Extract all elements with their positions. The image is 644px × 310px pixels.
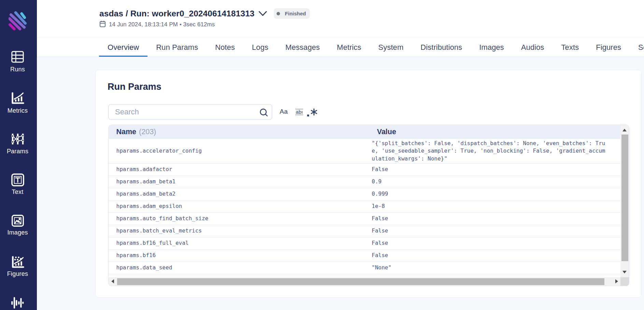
table-row[interactable]: hparams.bf16 False	[109, 250, 621, 262]
sidebar-item-runs[interactable]: Runs	[0, 51, 35, 73]
table-header-row: Name (203) Value	[109, 125, 621, 139]
horizontal-scrollbar[interactable]	[109, 277, 621, 286]
scrollbar-corner	[620, 277, 629, 286]
tab-figures[interactable]: Figures	[587, 38, 630, 57]
params-count: (203)	[139, 128, 156, 136]
column-header-value[interactable]: Value	[377, 128, 396, 136]
sidebar-item-label: Figures	[0, 271, 35, 277]
run-datetime: 14 Jun 2024, 18:13:14 PM • 3sec 612ms	[109, 21, 215, 28]
table-row[interactable]: hparams.data_seed "None"	[109, 262, 621, 274]
table-row[interactable]: hparams.auto_find_batch_size False	[109, 213, 621, 225]
tab-overview[interactable]: Overview	[99, 38, 148, 57]
table-row[interactable]: hparams.accelerator_config "{'split_batc…	[109, 139, 621, 164]
tab-texts[interactable]: Texts	[553, 38, 588, 57]
sidebar-item-images[interactable]: Images	[0, 215, 35, 237]
vertical-scrollbar[interactable]	[620, 125, 629, 277]
sidebar-item-audios[interactable]	[0, 297, 35, 310]
table-row[interactable]: hparams.adam_beta1 0.9	[109, 176, 621, 188]
tab-messages[interactable]: Messages	[277, 38, 328, 57]
sidebar-item-text[interactable]: Text	[0, 173, 35, 196]
sidebar-item-params[interactable]: Params	[0, 133, 35, 155]
tab-images[interactable]: Images	[471, 38, 513, 57]
regex-button[interactable]	[305, 104, 320, 120]
tab-system[interactable]: System	[370, 38, 412, 57]
scroll-right-arrow-icon[interactable]	[615, 279, 618, 283]
search-box	[108, 104, 272, 120]
tab-metrics[interactable]: Metrics	[328, 38, 370, 57]
search-input[interactable]	[108, 104, 272, 120]
figures-icon	[0, 256, 35, 268]
tab-audios[interactable]: Audios	[513, 38, 553, 57]
sidebar-item-label: Runs	[0, 66, 35, 72]
sidebar: Runs Metrics	[0, 0, 37, 310]
run-params-card: Run Params Aa abı	[95, 70, 642, 298]
column-header-name[interactable]: Name	[116, 128, 137, 136]
table-row[interactable]: hparams.batch_eval_metrics False	[109, 225, 621, 237]
calendar-icon	[100, 20, 106, 29]
sidebar-item-label: Metrics	[0, 108, 35, 114]
scroll-left-arrow-icon[interactable]	[111, 279, 114, 283]
chevron-down-icon[interactable]	[258, 11, 267, 18]
table-body: hparams.accelerator_config "{'split_batc…	[109, 139, 621, 274]
sidebar-item-label: Params	[0, 148, 35, 154]
scroll-down-arrow-icon[interactable]	[622, 271, 627, 273]
sidebar-item-label: Images	[0, 229, 35, 236]
tab-notes[interactable]: Notes	[207, 38, 243, 57]
horizontal-scrollbar-thumb[interactable]	[117, 278, 604, 285]
table-row[interactable]: hparams.adam_epsilon 1e-8	[109, 200, 621, 213]
vertical-scrollbar-thumb[interactable]	[621, 135, 628, 261]
status-badge: Finished	[274, 8, 310, 19]
sidebar-item-figures[interactable]: Figures	[0, 256, 35, 279]
images-icon	[0, 215, 35, 227]
params-parallel-icon	[0, 133, 35, 145]
tab-run-params[interactable]: Run Params	[148, 38, 207, 57]
match-word-button[interactable]: abı	[291, 104, 305, 120]
tab-distributions[interactable]: Distributions	[412, 38, 471, 57]
sidebar-item-metrics[interactable]: Metrics	[0, 92, 35, 115]
table-row[interactable]: hparams.adam_beta2 0.999	[109, 188, 621, 200]
params-table: Name (203) Value hparams.accelerator_con…	[108, 125, 629, 286]
content-area: Run Params Aa abı	[37, 57, 644, 310]
aim-logo-icon[interactable]	[9, 11, 27, 32]
table-row[interactable]: hparams.adafactor False	[109, 164, 621, 176]
text-icon	[0, 173, 35, 186]
match-case-button[interactable]: Aa	[277, 104, 291, 120]
runs-table-icon	[0, 51, 35, 63]
status-dot-icon	[277, 12, 280, 15]
panel-title: Run Params	[108, 82, 162, 92]
scroll-up-arrow-icon[interactable]	[622, 129, 627, 131]
regex-icon	[307, 109, 318, 118]
tab-settings[interactable]: Settings	[630, 38, 644, 57]
sidebar-item-label: Text	[0, 189, 35, 195]
audios-waveform-icon	[0, 297, 35, 309]
run-detail-tabbar: Overview Run Params Notes Logs Messages …	[37, 38, 644, 57]
tab-logs[interactable]: Logs	[243, 38, 277, 57]
topbar: asdas / Run: worker0_20240614181313 Fini…	[37, 0, 644, 38]
metrics-chart-icon	[0, 92, 35, 104]
run-breadcrumb-title[interactable]: asdas / Run: worker0_20240614181313	[99, 9, 254, 18]
table-row[interactable]: hparams.bf16_full_eval False	[109, 237, 621, 250]
